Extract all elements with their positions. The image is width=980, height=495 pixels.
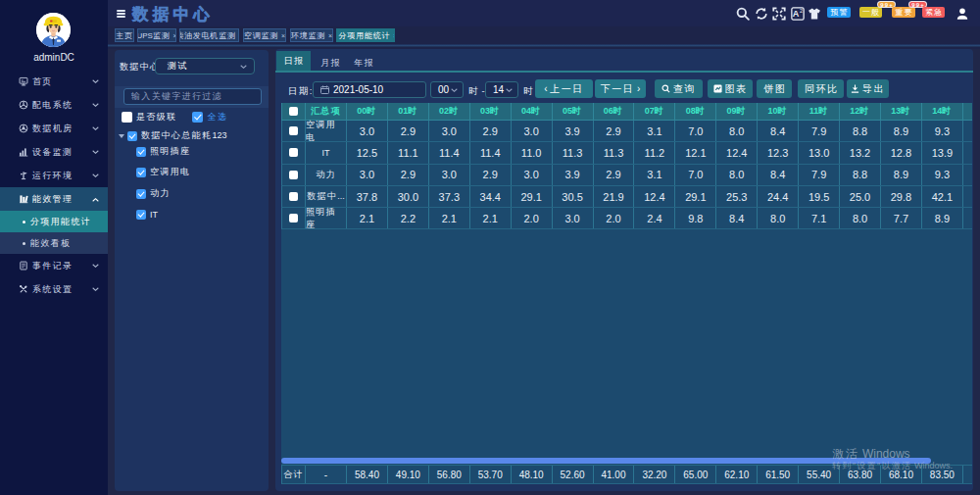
svg-text:2: 2 bbox=[800, 8, 803, 14]
svg-text:A: A bbox=[793, 9, 800, 19]
